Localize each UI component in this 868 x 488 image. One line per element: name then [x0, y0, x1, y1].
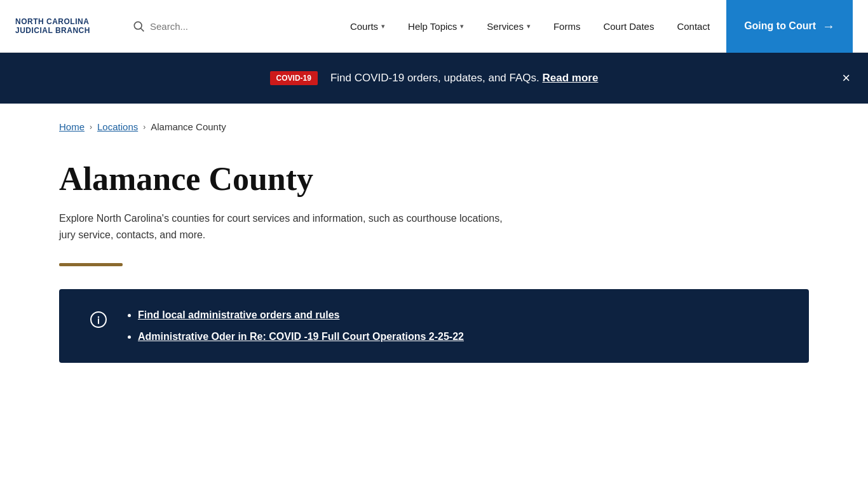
breadcrumb-locations[interactable]: Locations [97, 121, 138, 132]
search-icon [132, 20, 145, 32]
covid-order-link[interactable]: Administrative Oder in Re: COVID -19 Ful… [138, 331, 464, 342]
chevron-down-icon: ▾ [460, 22, 464, 30]
main-nav: NORTH CAROLINA JUDICIAL BRANCH Courts ▾ … [0, 0, 868, 53]
chevron-down-icon: ▾ [381, 22, 385, 30]
info-icon [90, 311, 107, 333]
list-item: Administrative Oder in Re: COVID -19 Ful… [138, 331, 464, 342]
main-content: Home › Locations › Alamance County Alama… [21, 104, 847, 363]
gold-divider [59, 263, 123, 266]
logo-line1: NORTH CAROLINA [15, 17, 117, 26]
search-input[interactable] [150, 21, 239, 32]
covid-banner: COVID-19 Find COVID-19 orders, updates, … [0, 53, 868, 104]
svg-line-1 [141, 29, 144, 32]
breadcrumb-home[interactable]: Home [59, 121, 85, 132]
search-bar[interactable] [132, 20, 239, 32]
nav-item-courts[interactable]: Courts ▾ [339, 0, 397, 52]
breadcrumb-sep-2: › [143, 123, 146, 132]
site-logo[interactable]: NORTH CAROLINA JUDICIAL BRANCH [15, 17, 117, 35]
svg-point-0 [134, 22, 142, 29]
nav-item-contact[interactable]: Contact [665, 0, 721, 52]
covid-read-more-link[interactable]: Read more [543, 72, 599, 84]
breadcrumb-current: Alamance County [151, 121, 226, 132]
admin-orders-link[interactable]: Find local administrative orders and rul… [138, 309, 339, 320]
page-title: Alamance County [59, 160, 809, 198]
covid-text: Find COVID-19 orders, updates, and FAQs.… [330, 72, 598, 85]
covid-close-button[interactable]: × [842, 71, 850, 85]
nav-item-services[interactable]: Services ▾ [475, 0, 542, 52]
info-links-list: Find local administrative orders and rul… [125, 309, 464, 342]
nav-links: Courts ▾ Help Topics ▾ Services ▾ Forms … [339, 0, 721, 52]
covid-badge: COVID-19 [270, 71, 318, 85]
nav-item-court-dates[interactable]: Court Dates [592, 0, 665, 52]
going-to-court-button[interactable]: Going to Court → [726, 0, 853, 53]
nav-item-help-topics[interactable]: Help Topics ▾ [397, 0, 475, 52]
breadcrumb-sep-1: › [90, 123, 92, 132]
info-box: Find local administrative orders and rul… [59, 289, 809, 363]
list-item: Find local administrative orders and rul… [138, 309, 464, 321]
chevron-down-icon: ▾ [527, 22, 531, 30]
arrow-right-icon: → [822, 19, 835, 34]
nav-item-forms[interactable]: Forms [542, 0, 592, 52]
page-subtitle: Explore North Carolina's counties for co… [59, 210, 517, 243]
alert-circle-icon [90, 311, 107, 329]
breadcrumb: Home › Locations › Alamance County [59, 104, 809, 145]
logo-line2: JUDICIAL BRANCH [15, 26, 117, 35]
